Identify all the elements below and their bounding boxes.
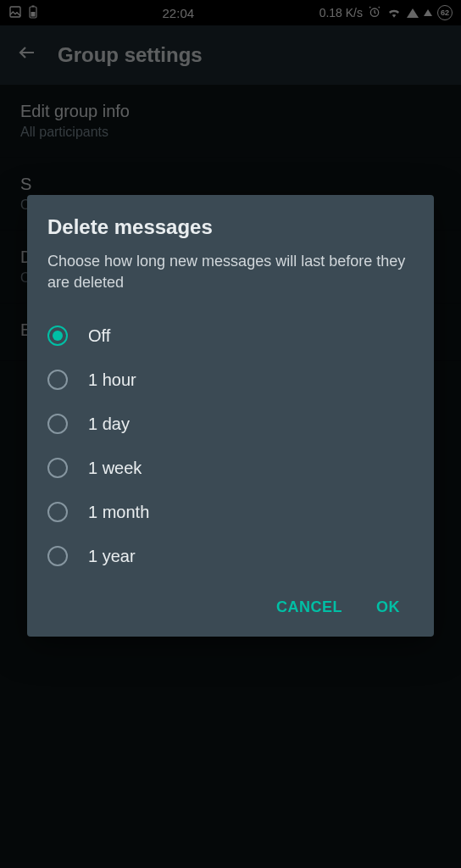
radio-icon xyxy=(47,546,68,566)
radio-icon xyxy=(47,414,68,434)
radio-icon xyxy=(47,502,68,522)
wifi-icon xyxy=(386,6,402,20)
radio-label: 1 month xyxy=(88,503,149,522)
radio-option-1day[interactable]: 1 day xyxy=(47,402,414,446)
svg-rect-2 xyxy=(32,5,35,7)
dialog-title: Delete messages xyxy=(47,215,414,239)
radio-label: 1 day xyxy=(88,415,130,434)
statusbar-time: 22:04 xyxy=(37,6,319,20)
dialog-description: Choose how long new messages will last b… xyxy=(47,251,414,293)
radio-label: 1 year xyxy=(88,547,136,566)
radio-icon xyxy=(47,326,68,346)
radio-option-off[interactable]: Off xyxy=(47,314,414,358)
radio-icon xyxy=(47,458,68,478)
radio-option-1year[interactable]: 1 year xyxy=(47,534,414,578)
back-arrow-icon[interactable] xyxy=(17,42,37,68)
signal-icon-1 xyxy=(407,8,419,18)
dialog-actions: CANCEL OK xyxy=(47,578,414,623)
setting-item-edit-group[interactable]: Edit group info All participants xyxy=(0,85,461,158)
app-header: Group settings xyxy=(0,25,461,85)
alarm-icon xyxy=(368,5,381,21)
image-icon xyxy=(8,5,22,21)
radio-option-1hour[interactable]: 1 hour xyxy=(47,358,414,402)
radio-option-1week[interactable]: 1 week xyxy=(47,446,414,490)
battery-icon xyxy=(29,5,37,21)
setting-title: S xyxy=(20,175,441,194)
svg-rect-0 xyxy=(10,7,20,17)
radio-label: Off xyxy=(88,326,110,346)
radio-option-1month[interactable]: 1 month xyxy=(47,490,414,534)
setting-title: Edit group info xyxy=(20,102,441,121)
setting-subtitle: All participants xyxy=(20,125,441,140)
svg-rect-3 xyxy=(31,12,36,17)
cancel-button[interactable]: CANCEL xyxy=(276,598,342,616)
radio-label: 1 hour xyxy=(88,370,136,390)
delete-messages-dialog: Delete messages Choose how long new mess… xyxy=(27,195,434,637)
radio-label: 1 week xyxy=(88,459,142,478)
network-speed: 0.18 K/s xyxy=(319,6,363,19)
statusbar: 22:04 0.18 K/s 62 xyxy=(0,0,461,25)
page-title: Group settings xyxy=(58,43,203,67)
radio-list: Off 1 hour 1 day 1 week 1 month 1 year xyxy=(47,314,414,578)
ok-button[interactable]: OK xyxy=(376,598,400,616)
battery-badge: 62 xyxy=(437,5,453,20)
radio-icon xyxy=(47,370,68,390)
signal-icon-2 xyxy=(424,9,432,16)
